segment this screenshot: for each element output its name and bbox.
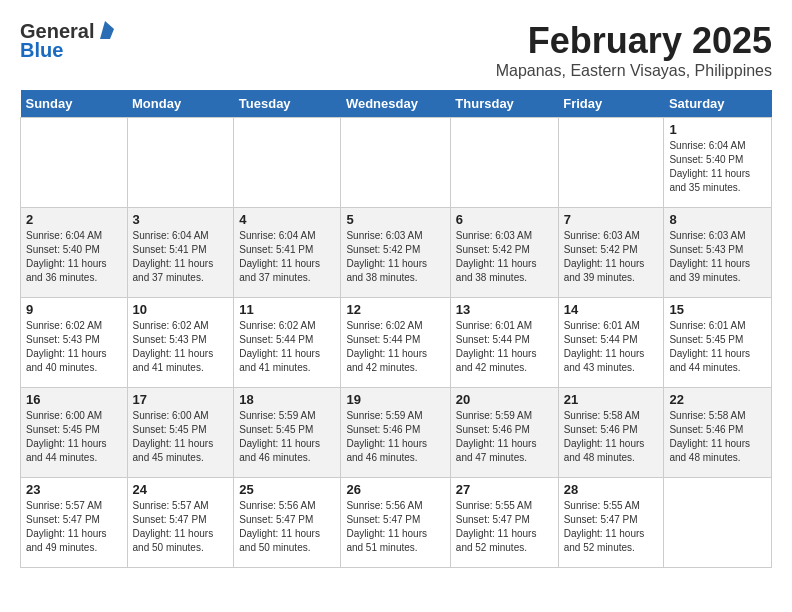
day-info: Sunrise: 5:57 AM Sunset: 5:47 PM Dayligh… bbox=[26, 499, 122, 555]
day-info: Sunrise: 5:55 AM Sunset: 5:47 PM Dayligh… bbox=[456, 499, 553, 555]
day-info: Sunrise: 6:02 AM Sunset: 5:44 PM Dayligh… bbox=[346, 319, 444, 375]
day-number: 26 bbox=[346, 482, 444, 497]
day-number: 27 bbox=[456, 482, 553, 497]
calendar-cell bbox=[664, 478, 772, 568]
calendar-cell: 17Sunrise: 6:00 AM Sunset: 5:45 PM Dayli… bbox=[127, 388, 234, 478]
day-info: Sunrise: 6:00 AM Sunset: 5:45 PM Dayligh… bbox=[133, 409, 229, 465]
calendar-cell: 21Sunrise: 5:58 AM Sunset: 5:46 PM Dayli… bbox=[558, 388, 664, 478]
svg-marker-0 bbox=[100, 21, 114, 39]
week-row-1: 1Sunrise: 6:04 AM Sunset: 5:40 PM Daylig… bbox=[21, 118, 772, 208]
day-info: Sunrise: 5:59 AM Sunset: 5:45 PM Dayligh… bbox=[239, 409, 335, 465]
day-number: 21 bbox=[564, 392, 659, 407]
day-info: Sunrise: 5:59 AM Sunset: 5:46 PM Dayligh… bbox=[456, 409, 553, 465]
calendar-cell: 1Sunrise: 6:04 AM Sunset: 5:40 PM Daylig… bbox=[664, 118, 772, 208]
day-number: 20 bbox=[456, 392, 553, 407]
day-number: 1 bbox=[669, 122, 766, 137]
day-number: 2 bbox=[26, 212, 122, 227]
day-number: 9 bbox=[26, 302, 122, 317]
day-number: 24 bbox=[133, 482, 229, 497]
logo-blue-text: Blue bbox=[20, 39, 63, 62]
calendar-cell: 6Sunrise: 6:03 AM Sunset: 5:42 PM Daylig… bbox=[450, 208, 558, 298]
week-row-5: 23Sunrise: 5:57 AM Sunset: 5:47 PM Dayli… bbox=[21, 478, 772, 568]
day-info: Sunrise: 6:04 AM Sunset: 5:41 PM Dayligh… bbox=[239, 229, 335, 285]
day-info: Sunrise: 6:01 AM Sunset: 5:44 PM Dayligh… bbox=[456, 319, 553, 375]
calendar-cell: 10Sunrise: 6:02 AM Sunset: 5:43 PM Dayli… bbox=[127, 298, 234, 388]
day-info: Sunrise: 5:57 AM Sunset: 5:47 PM Dayligh… bbox=[133, 499, 229, 555]
month-title: February 2025 bbox=[496, 20, 772, 62]
day-info: Sunrise: 6:03 AM Sunset: 5:42 PM Dayligh… bbox=[564, 229, 659, 285]
calendar-cell: 24Sunrise: 5:57 AM Sunset: 5:47 PM Dayli… bbox=[127, 478, 234, 568]
day-number: 28 bbox=[564, 482, 659, 497]
weekday-header-monday: Monday bbox=[127, 90, 234, 118]
day-info: Sunrise: 6:02 AM Sunset: 5:44 PM Dayligh… bbox=[239, 319, 335, 375]
calendar-cell: 23Sunrise: 5:57 AM Sunset: 5:47 PM Dayli… bbox=[21, 478, 128, 568]
logo-icon bbox=[96, 21, 114, 39]
day-number: 15 bbox=[669, 302, 766, 317]
day-info: Sunrise: 5:56 AM Sunset: 5:47 PM Dayligh… bbox=[239, 499, 335, 555]
day-number: 25 bbox=[239, 482, 335, 497]
day-number: 10 bbox=[133, 302, 229, 317]
day-info: Sunrise: 5:58 AM Sunset: 5:46 PM Dayligh… bbox=[564, 409, 659, 465]
day-info: Sunrise: 6:03 AM Sunset: 5:42 PM Dayligh… bbox=[346, 229, 444, 285]
day-info: Sunrise: 6:01 AM Sunset: 5:45 PM Dayligh… bbox=[669, 319, 766, 375]
calendar-cell: 28Sunrise: 5:55 AM Sunset: 5:47 PM Dayli… bbox=[558, 478, 664, 568]
calendar-cell: 3Sunrise: 6:04 AM Sunset: 5:41 PM Daylig… bbox=[127, 208, 234, 298]
day-number: 22 bbox=[669, 392, 766, 407]
day-number: 11 bbox=[239, 302, 335, 317]
day-info: Sunrise: 6:03 AM Sunset: 5:42 PM Dayligh… bbox=[456, 229, 553, 285]
calendar-cell: 27Sunrise: 5:55 AM Sunset: 5:47 PM Dayli… bbox=[450, 478, 558, 568]
weekday-header-tuesday: Tuesday bbox=[234, 90, 341, 118]
day-number: 13 bbox=[456, 302, 553, 317]
location-title: Mapanas, Eastern Visayas, Philippines bbox=[496, 62, 772, 80]
calendar-cell: 14Sunrise: 6:01 AM Sunset: 5:44 PM Dayli… bbox=[558, 298, 664, 388]
day-info: Sunrise: 6:04 AM Sunset: 5:40 PM Dayligh… bbox=[26, 229, 122, 285]
calendar-cell bbox=[341, 118, 450, 208]
weekday-header-friday: Friday bbox=[558, 90, 664, 118]
week-row-4: 16Sunrise: 6:00 AM Sunset: 5:45 PM Dayli… bbox=[21, 388, 772, 478]
calendar-table: SundayMondayTuesdayWednesdayThursdayFrid… bbox=[20, 90, 772, 568]
calendar-cell: 18Sunrise: 5:59 AM Sunset: 5:45 PM Dayli… bbox=[234, 388, 341, 478]
calendar-cell: 7Sunrise: 6:03 AM Sunset: 5:42 PM Daylig… bbox=[558, 208, 664, 298]
calendar-cell: 25Sunrise: 5:56 AM Sunset: 5:47 PM Dayli… bbox=[234, 478, 341, 568]
day-number: 12 bbox=[346, 302, 444, 317]
calendar-cell bbox=[21, 118, 128, 208]
page-header: General Blue February 2025 Mapanas, East… bbox=[20, 20, 772, 80]
day-number: 8 bbox=[669, 212, 766, 227]
day-number: 23 bbox=[26, 482, 122, 497]
calendar-cell: 16Sunrise: 6:00 AM Sunset: 5:45 PM Dayli… bbox=[21, 388, 128, 478]
day-number: 19 bbox=[346, 392, 444, 407]
day-number: 3 bbox=[133, 212, 229, 227]
day-number: 5 bbox=[346, 212, 444, 227]
title-section: February 2025 Mapanas, Eastern Visayas, … bbox=[496, 20, 772, 80]
day-number: 7 bbox=[564, 212, 659, 227]
calendar-cell: 9Sunrise: 6:02 AM Sunset: 5:43 PM Daylig… bbox=[21, 298, 128, 388]
calendar-cell: 26Sunrise: 5:56 AM Sunset: 5:47 PM Dayli… bbox=[341, 478, 450, 568]
calendar-cell: 13Sunrise: 6:01 AM Sunset: 5:44 PM Dayli… bbox=[450, 298, 558, 388]
logo: General Blue bbox=[20, 20, 114, 62]
day-info: Sunrise: 6:02 AM Sunset: 5:43 PM Dayligh… bbox=[26, 319, 122, 375]
day-number: 14 bbox=[564, 302, 659, 317]
day-number: 18 bbox=[239, 392, 335, 407]
calendar-cell: 2Sunrise: 6:04 AM Sunset: 5:40 PM Daylig… bbox=[21, 208, 128, 298]
calendar-cell: 12Sunrise: 6:02 AM Sunset: 5:44 PM Dayli… bbox=[341, 298, 450, 388]
day-info: Sunrise: 5:59 AM Sunset: 5:46 PM Dayligh… bbox=[346, 409, 444, 465]
calendar-cell: 22Sunrise: 5:58 AM Sunset: 5:46 PM Dayli… bbox=[664, 388, 772, 478]
weekday-header-sunday: Sunday bbox=[21, 90, 128, 118]
day-info: Sunrise: 5:55 AM Sunset: 5:47 PM Dayligh… bbox=[564, 499, 659, 555]
week-row-3: 9Sunrise: 6:02 AM Sunset: 5:43 PM Daylig… bbox=[21, 298, 772, 388]
calendar-cell: 5Sunrise: 6:03 AM Sunset: 5:42 PM Daylig… bbox=[341, 208, 450, 298]
day-info: Sunrise: 6:00 AM Sunset: 5:45 PM Dayligh… bbox=[26, 409, 122, 465]
calendar-cell: 15Sunrise: 6:01 AM Sunset: 5:45 PM Dayli… bbox=[664, 298, 772, 388]
day-info: Sunrise: 6:02 AM Sunset: 5:43 PM Dayligh… bbox=[133, 319, 229, 375]
day-info: Sunrise: 6:04 AM Sunset: 5:41 PM Dayligh… bbox=[133, 229, 229, 285]
weekday-header-wednesday: Wednesday bbox=[341, 90, 450, 118]
calendar-cell bbox=[127, 118, 234, 208]
calendar-cell: 19Sunrise: 5:59 AM Sunset: 5:46 PM Dayli… bbox=[341, 388, 450, 478]
calendar-cell: 11Sunrise: 6:02 AM Sunset: 5:44 PM Dayli… bbox=[234, 298, 341, 388]
day-info: Sunrise: 6:01 AM Sunset: 5:44 PM Dayligh… bbox=[564, 319, 659, 375]
calendar-cell: 4Sunrise: 6:04 AM Sunset: 5:41 PM Daylig… bbox=[234, 208, 341, 298]
day-info: Sunrise: 6:04 AM Sunset: 5:40 PM Dayligh… bbox=[669, 139, 766, 195]
calendar-cell bbox=[558, 118, 664, 208]
calendar-cell: 8Sunrise: 6:03 AM Sunset: 5:43 PM Daylig… bbox=[664, 208, 772, 298]
calendar-cell bbox=[234, 118, 341, 208]
